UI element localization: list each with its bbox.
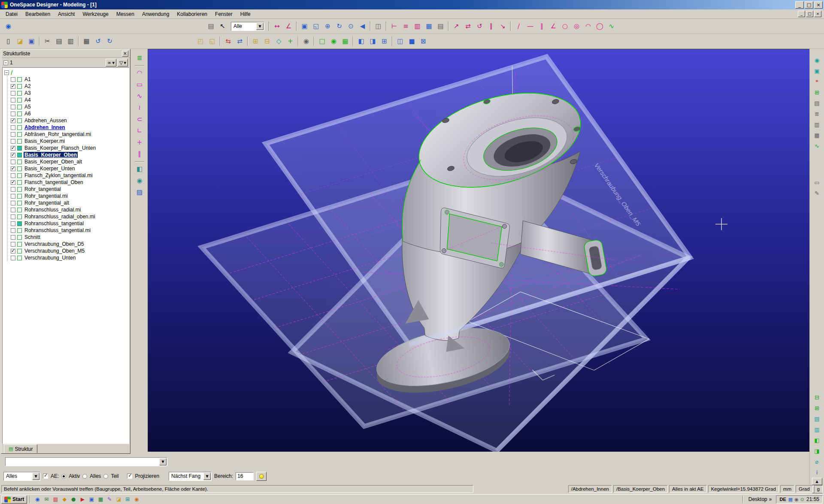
dropdown-arrow-icon[interactable]: ▼ xyxy=(256,23,264,30)
visibility-checkbox[interactable] xyxy=(11,132,15,137)
select-button[interactable]: ↖ xyxy=(217,21,228,32)
visibility-checkbox[interactable] xyxy=(11,242,15,247)
menu-item[interactable]: Kollaborieren xyxy=(173,10,211,18)
analysis-button[interactable]: ∿ xyxy=(812,141,823,151)
tree-item[interactable]: Basis_Koerper_Flansch_Unten xyxy=(11,145,128,151)
zoom-in-button[interactable]: ⊕ xyxy=(322,21,333,32)
visibility-checkbox[interactable] xyxy=(11,146,15,151)
visibility-checkbox[interactable] xyxy=(11,180,15,185)
new-workplane-button[interactable]: ◇ xyxy=(273,36,285,47)
tree-item[interactable]: Rohr_tangential.mi xyxy=(11,193,128,199)
view-camera-button[interactable]: ◉ xyxy=(812,55,823,66)
selection-filter-dropdown[interactable]: Alle ▼ xyxy=(231,22,264,31)
print-button[interactable]: ▦ xyxy=(81,36,92,47)
menu-item[interactable]: Fenster xyxy=(211,10,236,18)
find-button[interactable]: ∞ ▾ xyxy=(106,59,116,66)
ae-checkbox[interactable] xyxy=(43,474,48,479)
tree-item[interactable]: Rohranschluss_tangential xyxy=(11,220,128,227)
tree-item[interactable]: A1 xyxy=(11,76,128,83)
scope-dropdown[interactable]: Alles ▼ xyxy=(3,472,40,481)
start-button[interactable]: Start xyxy=(1,495,27,504)
dropdown-arrow-icon[interactable]: ▼ xyxy=(203,473,211,480)
visibility-checkbox[interactable] xyxy=(11,235,15,240)
projizieren-checkbox[interactable] xyxy=(127,474,132,479)
rotate-3d-button[interactable]: ↺ xyxy=(474,21,485,32)
separator[interactable] xyxy=(370,21,371,31)
visibility-checkbox[interactable] xyxy=(11,194,15,199)
separator[interactable] xyxy=(220,36,221,46)
visibility-checkbox[interactable] xyxy=(11,208,15,212)
tree-item[interactable]: Rohr_tangential xyxy=(11,186,128,193)
edit-button[interactable]: ✎ xyxy=(812,188,823,199)
mirror-3d-button[interactable]: ∥ xyxy=(485,21,497,32)
layer-expand-button[interactable]: ⊞ xyxy=(812,403,823,413)
mdi-minimize-button[interactable]: _ xyxy=(798,11,805,17)
visibility-checkbox[interactable] xyxy=(11,153,15,157)
copy-button[interactable]: ▤ xyxy=(53,36,65,47)
separator[interactable] xyxy=(135,161,144,162)
zoom-window-button[interactable]: ◱ xyxy=(310,21,322,32)
info-button[interactable]: i xyxy=(812,467,823,478)
tree-item[interactable]: A4 xyxy=(11,97,128,103)
quick-launch-explorer[interactable]: ◪ xyxy=(114,495,123,504)
visibility-checkbox[interactable] xyxy=(11,105,15,109)
quick-launch-internet[interactable]: ◉ xyxy=(33,495,42,504)
measure-button[interactable]: ⌀ xyxy=(812,456,823,467)
dropdown-arrow-icon[interactable]: ▼ xyxy=(32,473,39,480)
menu-item[interactable]: Werkzeuge xyxy=(79,10,112,18)
separator[interactable] xyxy=(510,21,511,31)
coordinate-system-button[interactable]: + xyxy=(285,36,296,47)
session-button[interactable]: ◉ xyxy=(3,21,14,32)
filter-button[interactable]: ▽ ▾ xyxy=(118,59,128,66)
tree-item[interactable]: A5 xyxy=(11,103,128,110)
save-part-button[interactable]: ◱ xyxy=(206,36,218,47)
dimension-chain-button[interactable]: ≡ xyxy=(400,21,412,32)
language-indicator[interactable]: DE xyxy=(779,497,786,502)
window-max-button[interactable]: ■ xyxy=(406,36,418,47)
tree-item[interactable]: Verschraubung_Unten xyxy=(11,254,128,261)
separator[interactable] xyxy=(448,21,449,31)
tab-struktur[interactable]: ▤ Struktur xyxy=(4,444,37,453)
tree-item[interactable]: Abfräsen_Rohr_tangential.mi xyxy=(11,131,128,138)
tree-item[interactable]: Rohranschluss_radial.mi xyxy=(11,206,128,213)
new-part-button[interactable]: ⊞ xyxy=(250,36,261,47)
sketch-tangent-arc-button[interactable]: ⊂ xyxy=(133,114,145,125)
tree-item[interactable]: Flansch_tangential_Oben xyxy=(11,179,128,186)
radio-aktiv[interactable] xyxy=(61,474,66,479)
close-button[interactable]: × xyxy=(814,1,823,9)
shaded-view-button[interactable]: ⊙ xyxy=(345,21,357,32)
menu-item[interactable]: Messen xyxy=(112,10,138,18)
viewport-3d[interactable]: Verschraubung_Oben_M5 xyxy=(148,49,809,452)
quick-launch-tools[interactable]: ⊞ xyxy=(123,495,132,504)
tree-item[interactable]: A2 xyxy=(11,83,128,90)
scroll-up-button[interactable]: ▲ xyxy=(812,478,822,485)
quick-launch-messenger[interactable]: ● xyxy=(69,495,78,504)
visibility-checkbox[interactable] xyxy=(11,98,15,103)
radio-teil[interactable] xyxy=(103,474,108,479)
visibility-checkbox[interactable] xyxy=(11,160,15,164)
panel-close-button[interactable]: × xyxy=(122,51,128,57)
copy-3d-button[interactable]: ⇄ xyxy=(462,21,474,32)
hatch-button[interactable]: ▥ xyxy=(412,21,423,32)
hint-bulb-button[interactable] xyxy=(256,472,267,481)
menu-item[interactable]: Hilfe xyxy=(236,10,254,18)
clipboard-view-button[interactable]: ▥ xyxy=(812,119,823,130)
visibility-checkbox[interactable] xyxy=(11,256,15,260)
visibility-checkbox[interactable] xyxy=(11,125,15,130)
sketch-parallel-button[interactable]: ∥ xyxy=(133,148,145,160)
sketch-arc-button[interactable]: ◠ xyxy=(133,67,145,79)
visibility-checkbox[interactable] xyxy=(11,112,15,116)
dimension-button[interactable]: ⊢ xyxy=(388,21,400,32)
annotate-button[interactable]: * xyxy=(812,76,823,87)
layer-collapse-button[interactable]: ⊟ xyxy=(812,392,823,403)
mdi-restore-button[interactable]: □ xyxy=(806,11,813,17)
tree-item[interactable]: Abdrehen_Innen xyxy=(11,124,128,131)
tree-item[interactable]: Schnitt xyxy=(11,234,128,241)
measure-angle-button[interactable]: ∠ xyxy=(283,21,294,32)
tree-item[interactable]: A3 xyxy=(11,90,128,97)
paste-button[interactable]: ▥ xyxy=(65,36,76,47)
angle-line-button[interactable]: ∠ xyxy=(548,21,559,32)
tree-item[interactable]: Rohranschluss_tangential.mi xyxy=(11,227,128,234)
restore-button[interactable]: □ xyxy=(805,1,813,9)
separator[interactable] xyxy=(135,65,144,66)
